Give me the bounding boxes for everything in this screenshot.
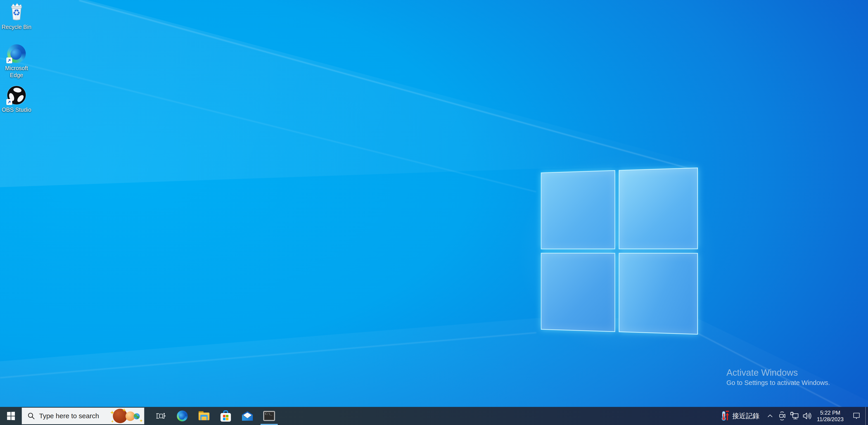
show-hidden-icons-button[interactable] xyxy=(764,407,776,425)
notifications-icon xyxy=(852,412,861,421)
planet-mars xyxy=(113,409,127,423)
activate-windows-watermark: Activate Windows Go to Settings to activ… xyxy=(726,367,830,387)
action-center-button[interactable] xyxy=(848,407,865,425)
taskbar-apps: C:\_ xyxy=(150,407,280,425)
desktop-icon-label: Recycle Bin xyxy=(2,24,31,31)
desktop-icon-recycle-bin[interactable]: ♻ Recycle Bin xyxy=(1,2,32,31)
microsoft-store-icon xyxy=(220,410,231,422)
network-ethernet-icon xyxy=(790,412,799,420)
network-button[interactable] xyxy=(788,407,801,425)
beam-line xyxy=(0,58,536,192)
desktop-wallpaper: ♻ Recycle Bin Microsoft Edge xyxy=(0,0,868,407)
meet-now-icon xyxy=(778,412,786,421)
edge-icon xyxy=(177,411,188,421)
volume-button[interactable] xyxy=(801,407,813,425)
meet-now-button[interactable] xyxy=(776,407,788,425)
shortcut-arrow-icon xyxy=(6,99,12,105)
desktop-icon-label: Microsoft Edge xyxy=(3,65,30,79)
watermark-subtitle: Go to Settings to activate Windows. xyxy=(726,378,830,387)
windows-desktop-screen: ♻ Recycle Bin Microsoft Edge xyxy=(0,0,868,425)
search-input[interactable] xyxy=(39,412,110,420)
desktop-icon-obs-studio[interactable]: OBS Studio xyxy=(1,85,32,113)
desktop-icon-microsoft-edge[interactable]: Microsoft Edge xyxy=(1,43,32,79)
volume-icon xyxy=(802,412,811,420)
taskbar-clock[interactable]: 5:22 PM 11/28/2023 xyxy=(813,409,848,423)
clock-date: 11/28/2023 xyxy=(817,416,844,423)
planet-earth xyxy=(134,413,140,419)
recycle-arrows-glyph: ♻ xyxy=(13,8,20,18)
windows-logo-wallpaper xyxy=(541,168,698,335)
windows-start-icon xyxy=(7,412,15,420)
desktop-icon-label: OBS Studio xyxy=(2,106,31,113)
search-highlight-planets-icon[interactable] xyxy=(110,408,144,424)
taskbar-search-box[interactable] xyxy=(22,407,144,424)
beam-line xyxy=(79,0,696,171)
floor-light-wedge xyxy=(0,0,868,407)
search-icon xyxy=(27,412,35,420)
task-view-button[interactable] xyxy=(150,407,172,425)
logo-pane xyxy=(619,253,698,335)
shortcut-arrow-icon xyxy=(6,57,12,63)
logo-pane xyxy=(541,170,615,249)
logo-pane xyxy=(619,168,698,249)
command-prompt-button[interactable]: C:\_ xyxy=(258,407,280,425)
edge-taskbar-button[interactable] xyxy=(172,407,193,425)
task-view-icon xyxy=(155,410,166,422)
clock-time: 5:22 PM xyxy=(817,409,844,416)
recycle-bin-icon: ♻ xyxy=(7,2,26,22)
command-prompt-icon: C:\_ xyxy=(263,411,275,421)
watermark-title: Activate Windows xyxy=(726,367,830,378)
sparkle-icon xyxy=(111,420,114,423)
mail-button[interactable] xyxy=(237,407,258,425)
file-explorer-button[interactable] xyxy=(193,407,215,425)
mail-icon xyxy=(242,411,253,421)
chevron-up-icon xyxy=(766,413,774,419)
show-desktop-button[interactable] xyxy=(865,407,868,425)
taskbar: C:\_ 接近記錄 xyxy=(0,407,868,425)
weather-headline-label: 接近記錄 xyxy=(732,412,760,421)
file-explorer-icon xyxy=(198,411,210,421)
news-and-interests-widget[interactable]: 接近記錄 xyxy=(716,407,764,425)
sparkle-icon xyxy=(140,419,143,422)
system-tray: 接近記錄 xyxy=(716,407,868,425)
thermometer-rising-icon xyxy=(720,411,730,421)
start-button[interactable] xyxy=(0,407,22,425)
light-beam-wedge xyxy=(0,0,868,407)
beam-line xyxy=(0,332,536,378)
microsoft-store-button[interactable] xyxy=(215,407,237,425)
obs-studio-icon xyxy=(7,85,26,104)
edge-icon xyxy=(7,43,26,63)
logo-pane xyxy=(541,253,615,332)
